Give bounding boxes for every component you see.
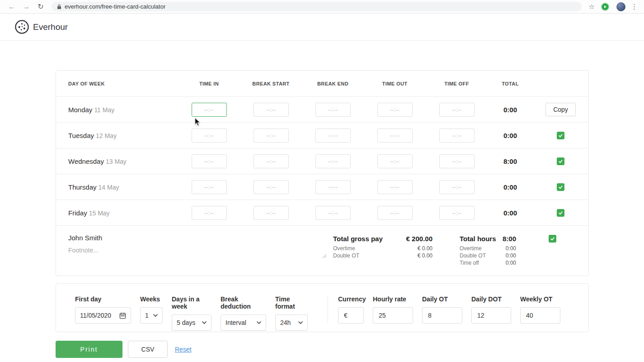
col-time-off: TIME OFF [426,81,488,86]
gross-pay-label: Total gross pay [333,235,383,243]
daily-dot-input[interactable] [471,307,511,324]
break-end-input[interactable] [315,103,351,117]
table-row: Monday11 May 0:00 Copy [56,96,588,122]
check-icon [550,236,555,241]
time-in-input[interactable] [192,180,227,194]
time-out-input[interactable] [377,103,413,117]
row-total: 8:00 [488,157,533,165]
reload-icon[interactable]: ↻ [35,1,46,12]
break-deduction-select[interactable]: Interval [221,314,266,331]
include-day-checkbox[interactable] [557,209,564,217]
time-off-input[interactable] [439,154,475,168]
daily-dot-label: Daily DOT [471,295,511,303]
total-hours-block: Total hours8:00 Overtime0:00 Double OT0:… [432,234,516,267]
forward-icon[interactable]: → [21,1,32,12]
time-in-input[interactable] [192,206,227,220]
resize-grip-icon[interactable] [322,254,327,258]
day-date: 14 May [99,184,119,191]
hours-double-ot-value: 0:00 [506,252,516,259]
chevron-down-icon [153,314,158,317]
time-format-value: 24h [280,319,291,326]
weekly-ot-label: Weekly OT [520,295,560,303]
first-day-label: First day [75,295,131,303]
hourly-rate-input[interactable] [373,307,413,324]
include-day-checkbox[interactable] [557,157,564,165]
employee-name-input[interactable] [68,234,177,242]
footnote-input[interactable] [68,247,177,254]
gross-overtime-label: Overtime [333,245,355,252]
time-in-input[interactable] [192,103,227,117]
day-name: Monday [68,106,92,114]
bookmark-star-icon[interactable]: ☆ [589,3,595,11]
gross-overtime-value: € 0.00 [418,245,432,252]
table-row: Tuesday12 May 0:00 [56,122,588,148]
days-in-week-label: Days in a week [172,295,212,310]
break-start-input[interactable] [254,103,289,117]
time-off-input[interactable] [439,180,475,194]
reset-link[interactable]: Reset [175,346,192,353]
row-total: 0:00 [488,209,533,217]
back-icon[interactable]: ← [6,1,17,12]
time-out-input[interactable] [377,154,413,168]
time-out-input[interactable] [377,206,413,220]
time-out-input[interactable] [377,180,413,194]
gross-double-ot-label: Double OT [333,252,359,259]
weekly-ot-input[interactable] [520,307,560,324]
table-row: Thursday14 May 0:00 [56,174,588,200]
check-icon [558,210,563,215]
time-off-input[interactable] [439,206,475,220]
col-time-out: TIME OUT [364,81,426,86]
total-hours-label: Total hours [460,235,496,243]
browser-menu-icon[interactable]: ⋮ [631,3,638,11]
record-extension-icon[interactable] [601,3,609,11]
first-day-picker[interactable]: 11/05/2020 [75,307,131,324]
time-off-input[interactable] [439,103,475,117]
bottom-actions: Print CSV Reset [56,341,589,358]
days-in-week-select[interactable]: 5 days [172,314,212,331]
table-header-row: DAY OF WEEK TIME IN BREAK START BREAK EN… [56,71,588,96]
address-bar[interactable]: everhour.com/free-time-card-calculator [52,2,582,11]
daily-ot-input[interactable] [422,307,462,324]
time-in-input[interactable] [192,154,227,168]
break-deduction-value: Interval [226,319,246,326]
include-day-checkbox[interactable] [557,183,564,191]
break-end-input[interactable] [315,180,351,194]
currency-label: Currency [338,295,364,303]
weeks-value: 1 [145,312,149,319]
include-day-checkbox[interactable] [557,132,564,139]
copy-button[interactable]: Copy [545,103,576,116]
hours-double-ot-label: Double OT [460,252,486,259]
chevron-down-icon [202,321,207,324]
break-start-input[interactable] [254,206,289,220]
break-end-input[interactable] [315,206,351,220]
gross-pay-block: Total gross pay€ 200.00 Overtime€ 0.00 D… [333,234,432,267]
currency-input[interactable] [338,307,364,324]
lock-icon [57,4,61,10]
settings-panel: First day 11/05/2020 Weeks 1 Days in a w… [56,283,589,332]
break-end-input[interactable] [315,154,351,168]
settings-divider [328,295,328,323]
break-end-input[interactable] [315,129,351,143]
summary-row: Total gross pay€ 200.00 Overtime€ 0.00 D… [56,225,588,276]
everhour-logo-icon [15,20,29,34]
time-off-input[interactable] [439,129,475,143]
hours-overtime-value: 0:00 [506,245,516,252]
calendar-icon [119,312,126,319]
break-deduction-label: Break deduction [221,295,266,310]
print-button[interactable]: Print [56,341,122,358]
include-summary-checkbox[interactable] [549,235,556,243]
time-format-select[interactable]: 24h [275,314,308,331]
chevron-down-icon [298,321,303,324]
day-name: Wednesday [68,157,104,165]
break-start-input[interactable] [254,129,289,143]
weeks-select[interactable]: 1 [140,307,163,324]
csv-button[interactable]: CSV [128,341,168,358]
time-out-input[interactable] [377,129,413,143]
row-total: 0:00 [488,106,533,114]
days-in-week-value: 5 days [177,319,195,326]
break-start-input[interactable] [254,154,289,168]
browser-avatar[interactable] [616,2,625,11]
time-in-input[interactable] [192,129,227,143]
table-row: Friday15 May 0:00 [56,200,588,225]
break-start-input[interactable] [254,180,289,194]
